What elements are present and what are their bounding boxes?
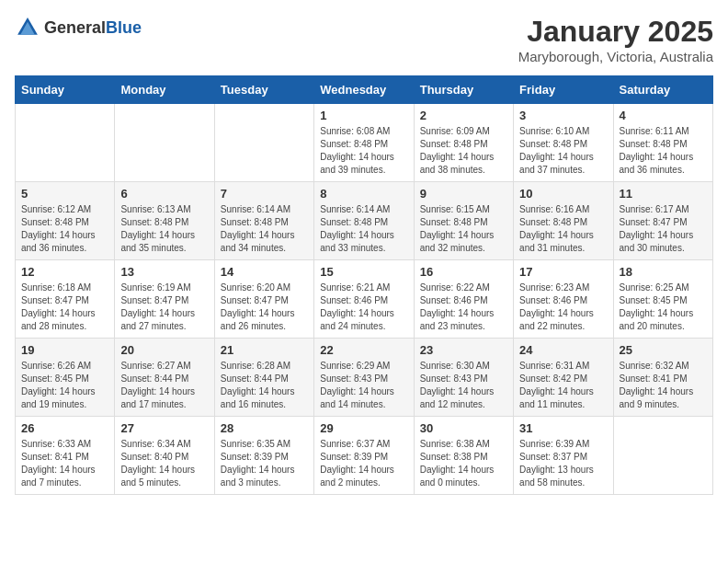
calendar-cell: 14Sunrise: 6:20 AMSunset: 8:47 PMDayligh… (214, 260, 313, 339)
day-info: Sunrise: 6:34 AMSunset: 8:40 PMDaylight:… (120, 438, 208, 489)
calendar-cell (214, 104, 313, 182)
calendar-cell (613, 417, 712, 495)
day-info: Sunrise: 6:15 AMSunset: 8:48 PMDaylight:… (420, 203, 507, 255)
calendar-cell: 17Sunrise: 6:23 AMSunset: 8:46 PMDayligh… (514, 260, 613, 339)
calendar-cell: 19Sunrise: 6:26 AMSunset: 8:45 PMDayligh… (16, 339, 115, 417)
day-number: 29 (320, 421, 407, 435)
calendar-cell: 9Sunrise: 6:15 AMSunset: 8:48 PMDaylight… (414, 182, 513, 260)
day-number: 18 (620, 265, 707, 279)
day-number: 5 (21, 187, 108, 201)
day-info: Sunrise: 6:39 AMSunset: 8:37 PMDaylight:… (519, 438, 607, 489)
day-number: 11 (620, 187, 707, 201)
day-number: 24 (519, 343, 607, 357)
day-info: Sunrise: 6:38 AMSunset: 8:38 PMDaylight:… (420, 438, 507, 489)
calendar-table: SundayMondayTuesdayWednesdayThursdayFrid… (15, 75, 713, 495)
day-header-sunday: Sunday (16, 76, 115, 104)
calendar-cell: 20Sunrise: 6:27 AMSunset: 8:44 PMDayligh… (115, 339, 214, 417)
day-info: Sunrise: 6:28 AMSunset: 8:44 PMDaylight:… (221, 360, 308, 411)
logo: GeneralBlue (15, 15, 142, 40)
day-header-monday: Monday (115, 76, 214, 104)
calendar-cell: 10Sunrise: 6:16 AMSunset: 8:48 PMDayligh… (514, 182, 613, 260)
day-number: 31 (519, 421, 607, 435)
day-number: 10 (519, 187, 607, 201)
day-info: Sunrise: 6:21 AMSunset: 8:46 PMDaylight:… (320, 282, 407, 333)
day-info: Sunrise: 6:12 AMSunset: 8:48 PMDaylight:… (21, 203, 108, 255)
calendar-week-row: 26Sunrise: 6:33 AMSunset: 8:41 PMDayligh… (16, 417, 713, 495)
day-info: Sunrise: 6:25 AMSunset: 8:45 PMDaylight:… (620, 282, 707, 333)
day-header-thursday: Thursday (414, 76, 513, 104)
day-number: 16 (420, 265, 507, 279)
day-info: Sunrise: 6:37 AMSunset: 8:39 PMDaylight:… (320, 438, 407, 489)
month-title: January 2025 (518, 15, 713, 49)
calendar-week-row: 1Sunrise: 6:08 AMSunset: 8:48 PMDaylight… (16, 104, 713, 182)
day-header-friday: Friday (514, 76, 613, 104)
day-number: 7 (221, 187, 308, 201)
day-info: Sunrise: 6:08 AMSunset: 8:48 PMDaylight:… (320, 125, 407, 177)
logo-text-blue: Blue (106, 18, 142, 37)
day-info: Sunrise: 6:14 AMSunset: 8:48 PMDaylight:… (320, 203, 407, 255)
day-number: 26 (21, 421, 108, 435)
day-number: 25 (620, 343, 707, 357)
day-info: Sunrise: 6:13 AMSunset: 8:48 PMDaylight:… (120, 203, 208, 255)
calendar-cell: 4Sunrise: 6:11 AMSunset: 8:48 PMDaylight… (613, 104, 712, 182)
day-number: 21 (221, 343, 308, 357)
calendar-cell: 16Sunrise: 6:22 AMSunset: 8:46 PMDayligh… (414, 260, 513, 339)
day-number: 3 (519, 109, 607, 122)
calendar-cell: 13Sunrise: 6:19 AMSunset: 8:47 PMDayligh… (115, 260, 214, 339)
page-header: GeneralBlue January 2025 Maryborough, Vi… (15, 15, 713, 64)
day-header-saturday: Saturday (613, 76, 712, 104)
day-number: 6 (120, 187, 208, 201)
calendar-week-row: 12Sunrise: 6:18 AMSunset: 8:47 PMDayligh… (16, 260, 713, 339)
calendar-cell: 25Sunrise: 6:32 AMSunset: 8:41 PMDayligh… (613, 339, 712, 417)
day-info: Sunrise: 6:14 AMSunset: 8:48 PMDaylight:… (221, 203, 308, 255)
day-info: Sunrise: 6:10 AMSunset: 8:48 PMDaylight:… (519, 125, 607, 177)
day-info: Sunrise: 6:32 AMSunset: 8:41 PMDaylight:… (620, 360, 707, 411)
location-title: Maryborough, Victoria, Australia (518, 49, 713, 64)
calendar-cell: 1Sunrise: 6:08 AMSunset: 8:48 PMDaylight… (314, 104, 414, 182)
day-number: 19 (21, 343, 108, 357)
calendar-cell: 22Sunrise: 6:29 AMSunset: 8:43 PMDayligh… (314, 339, 414, 417)
day-number: 2 (420, 109, 507, 122)
calendar-cell: 21Sunrise: 6:28 AMSunset: 8:44 PMDayligh… (214, 339, 313, 417)
day-info: Sunrise: 6:20 AMSunset: 8:47 PMDaylight:… (221, 282, 308, 333)
day-info: Sunrise: 6:09 AMSunset: 8:48 PMDaylight:… (420, 125, 507, 177)
calendar-cell: 26Sunrise: 6:33 AMSunset: 8:41 PMDayligh… (16, 417, 115, 495)
calendar-cell: 28Sunrise: 6:35 AMSunset: 8:39 PMDayligh… (214, 417, 313, 495)
day-info: Sunrise: 6:26 AMSunset: 8:45 PMDaylight:… (21, 360, 108, 411)
calendar-cell: 3Sunrise: 6:10 AMSunset: 8:48 PMDaylight… (514, 104, 613, 182)
calendar-week-row: 5Sunrise: 6:12 AMSunset: 8:48 PMDaylight… (16, 182, 713, 260)
day-number: 23 (420, 343, 507, 357)
day-number: 12 (21, 265, 108, 279)
day-info: Sunrise: 6:16 AMSunset: 8:48 PMDaylight:… (519, 203, 607, 255)
calendar-cell: 12Sunrise: 6:18 AMSunset: 8:47 PMDayligh… (16, 260, 115, 339)
day-info: Sunrise: 6:17 AMSunset: 8:47 PMDaylight:… (620, 203, 707, 255)
day-info: Sunrise: 6:35 AMSunset: 8:39 PMDaylight:… (221, 438, 308, 489)
calendar-header-row: SundayMondayTuesdayWednesdayThursdayFrid… (16, 76, 713, 104)
day-header-wednesday: Wednesday (314, 76, 414, 104)
day-info: Sunrise: 6:19 AMSunset: 8:47 PMDaylight:… (120, 282, 208, 333)
day-header-tuesday: Tuesday (214, 76, 313, 104)
day-info: Sunrise: 6:31 AMSunset: 8:42 PMDaylight:… (519, 360, 607, 411)
day-info: Sunrise: 6:27 AMSunset: 8:44 PMDaylight:… (120, 360, 208, 411)
day-info: Sunrise: 6:18 AMSunset: 8:47 PMDaylight:… (21, 282, 108, 333)
calendar-cell: 23Sunrise: 6:30 AMSunset: 8:43 PMDayligh… (414, 339, 513, 417)
calendar-cell: 6Sunrise: 6:13 AMSunset: 8:48 PMDaylight… (115, 182, 214, 260)
day-info: Sunrise: 6:30 AMSunset: 8:43 PMDaylight:… (420, 360, 507, 411)
calendar-cell: 15Sunrise: 6:21 AMSunset: 8:46 PMDayligh… (314, 260, 414, 339)
calendar-cell: 30Sunrise: 6:38 AMSunset: 8:38 PMDayligh… (414, 417, 513, 495)
day-info: Sunrise: 6:22 AMSunset: 8:46 PMDaylight:… (420, 282, 507, 333)
logo-text-general: General (44, 18, 106, 37)
calendar-cell: 27Sunrise: 6:34 AMSunset: 8:40 PMDayligh… (115, 417, 214, 495)
day-number: 13 (120, 265, 208, 279)
calendar-cell: 2Sunrise: 6:09 AMSunset: 8:48 PMDaylight… (414, 104, 513, 182)
day-number: 14 (221, 265, 308, 279)
day-number: 20 (120, 343, 208, 357)
day-number: 28 (221, 421, 308, 435)
day-number: 9 (420, 187, 507, 201)
calendar-cell: 7Sunrise: 6:14 AMSunset: 8:48 PMDaylight… (214, 182, 313, 260)
day-number: 27 (120, 421, 208, 435)
calendar-cell: 5Sunrise: 6:12 AMSunset: 8:48 PMDaylight… (16, 182, 115, 260)
day-number: 15 (320, 265, 407, 279)
calendar-cell: 29Sunrise: 6:37 AMSunset: 8:39 PMDayligh… (314, 417, 414, 495)
calendar-cell (16, 104, 115, 182)
